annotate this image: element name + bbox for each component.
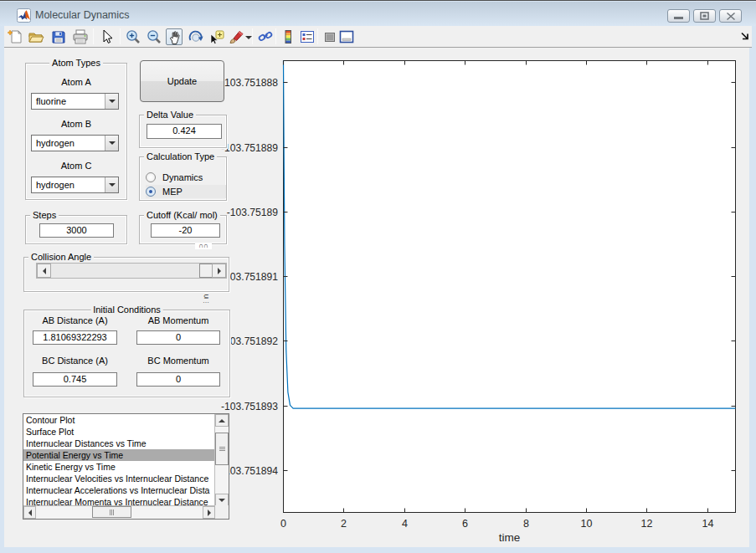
bc-distance-label: BC Distance (A): [33, 356, 117, 366]
svg-text:-103.751889: -103.751889: [221, 142, 278, 154]
insert-colorbar-button[interactable]: [280, 28, 296, 45]
svg-text:-103.751888: -103.751888: [221, 77, 278, 89]
dropdown-arrow-icon: [245, 36, 252, 39]
listbox-vertical-scrollbar[interactable]: [214, 414, 229, 506]
atom-b-dropdown[interactable]: hydrogen: [31, 135, 119, 151]
listbox-scroll-right-button[interactable]: [203, 506, 215, 519]
cutoff-field[interactable]: -20: [151, 223, 220, 238]
show-plot-tools-icon: [338, 28, 355, 45]
zoom-in-button[interactable]: [125, 28, 141, 45]
bc-distance-field[interactable]: 0.745: [33, 372, 117, 387]
radio-dynamics-label: Dynamics: [162, 172, 203, 182]
ab-distance-label: AB Distance (A): [33, 315, 117, 325]
radio-mep-circle-icon: [146, 187, 156, 197]
steps-field[interactable]: 3000: [39, 223, 114, 238]
open-file-icon: [28, 28, 44, 45]
toolbar: [4, 26, 752, 48]
listbox-item[interactable]: Kinetic Energy vs Time: [23, 461, 214, 473]
window-title: Molecular Dynamics: [35, 9, 130, 21]
listbox-item[interactable]: Internuclear Accelerations vs Internucle…: [23, 484, 214, 496]
brush-button[interactable]: [228, 28, 244, 45]
atom-b-value: hydrogen: [36, 138, 75, 148]
update-button[interactable]: Update: [140, 60, 224, 102]
close-icon: [727, 13, 735, 20]
svg-text:10: 10: [581, 518, 593, 530]
svg-text:-103.751894: -103.751894: [221, 465, 278, 477]
bc-momentum-field[interactable]: 0: [136, 372, 220, 387]
atom-c-dropdown[interactable]: hydrogen: [31, 177, 119, 193]
slider-thumb[interactable]: [199, 264, 213, 278]
radio-mep[interactable]: MEP: [146, 185, 226, 198]
atom-a-dropdown-arrow[interactable]: [105, 94, 118, 109]
radio-dynamics[interactable]: Dynamics: [146, 171, 226, 184]
listbox-vscroll-thumb[interactable]: [215, 433, 229, 465]
ab-distance-field[interactable]: 1.81069322293: [33, 330, 117, 345]
hide-plot-tools-button[interactable]: [321, 28, 338, 45]
listbox-item[interactable]: Potential Energy vs Time: [23, 449, 214, 461]
print-figure-button[interactable]: [72, 28, 89, 45]
listbox-hscroll-thumb[interactable]: [92, 506, 131, 518]
zoom-out-button[interactable]: [146, 28, 162, 45]
figure-area: 02468101214-103.751888-103.751889-103.75…: [4, 48, 749, 547]
svg-text:-103.751893: -103.751893: [221, 401, 278, 412]
clipped-text-fragment-2: ⊆…: [198, 294, 214, 303]
steps-title: Steps: [30, 210, 59, 221]
save-figure-button[interactable]: [50, 28, 67, 45]
ab-momentum-field[interactable]: 0: [136, 330, 220, 345]
listbox-scrollbar-corner: [214, 505, 229, 519]
print-figure-icon: [72, 28, 89, 45]
plot-type-listbox[interactable]: Contour PlotSurface PlotInternuclear Dis…: [23, 413, 229, 520]
atom-b-dropdown-arrow[interactable]: [105, 136, 118, 151]
collision-angle-slider[interactable]: [36, 263, 227, 279]
svg-text:-103.75189: -103.75189: [227, 207, 278, 218]
initial-conditions-title: Initial Conditions: [90, 305, 163, 315]
atom-a-label: Atom A: [25, 77, 127, 87]
data-cursor-button[interactable]: [208, 28, 225, 45]
show-plot-tools-button[interactable]: [338, 28, 355, 45]
svg-text:0: 0: [280, 518, 286, 530]
listbox-item[interactable]: Surface Plot: [23, 426, 214, 438]
svg-text:4: 4: [402, 518, 408, 530]
listbox-item[interactable]: Internuclear Velocities vs Internuclear …: [23, 473, 214, 484]
atom-c-dropdown-arrow[interactable]: [105, 177, 118, 192]
radio-mep-label: MEP: [162, 187, 183, 197]
restore-button[interactable]: [693, 9, 716, 23]
listbox-scroll-up-button[interactable]: [215, 414, 229, 427]
hide-plot-tools-icon: [321, 28, 338, 45]
svg-text:8: 8: [523, 518, 529, 530]
minimize-button[interactable]: [667, 9, 690, 23]
ab-momentum-label: AB Momentum: [136, 315, 220, 325]
atom-a-dropdown[interactable]: fluorine: [31, 93, 119, 110]
new-figure-icon: [7, 28, 23, 45]
atom-c-label: Atom C: [25, 161, 127, 171]
delta-value-title: Delta Value: [144, 110, 196, 120]
atom-b-label: Atom B: [25, 119, 127, 129]
slider-left-arrow[interactable]: [37, 264, 51, 278]
delta-value-field[interactable]: 0.424: [147, 124, 222, 139]
toolbar-overflow-chevron[interactable]: [739, 29, 756, 46]
slider-right-arrow[interactable]: [212, 264, 226, 278]
link-plots-icon: [257, 28, 274, 45]
pointer-icon: [98, 28, 115, 45]
colorbar-icon: [280, 28, 296, 45]
pointer-tool-button[interactable]: [98, 28, 115, 45]
minimize-icon: [674, 17, 683, 19]
listbox-item[interactable]: Internuclear Distances vs Time: [23, 438, 214, 449]
open-file-button[interactable]: [28, 28, 44, 45]
new-figure-button[interactable]: [7, 28, 23, 45]
listbox-scroll-left-button[interactable]: [23, 506, 36, 519]
pan-button[interactable]: [166, 28, 183, 45]
insert-legend-button[interactable]: [299, 28, 316, 45]
listbox-items: Contour PlotSurface PlotInternuclear Dis…: [23, 414, 214, 507]
link-plots-button[interactable]: [257, 28, 274, 45]
radio-dynamics-circle-icon: [146, 172, 156, 182]
svg-text:6: 6: [462, 518, 468, 530]
listbox-item[interactable]: Contour Plot: [23, 414, 214, 426]
rotate-3d-button[interactable]: [188, 28, 204, 45]
window: Molecular Dynamics: [0, 0, 756, 553]
calculation-type-title: Calculation Type: [144, 151, 217, 162]
listbox-scroll-down-button[interactable]: [215, 494, 229, 506]
matlab-icon: [17, 8, 31, 23]
close-button[interactable]: [719, 9, 742, 23]
listbox-horizontal-scrollbar[interactable]: [23, 505, 215, 519]
